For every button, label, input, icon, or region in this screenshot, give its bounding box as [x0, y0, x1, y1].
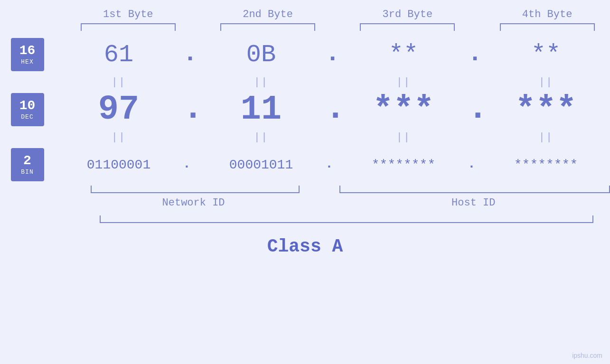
content-area: 16 HEX 10 DEC 2 BIN [0, 36, 610, 184]
byte-labels-row: 1st Byte 2nd Byte 3rd Byte 4th Byte [0, 0, 610, 20]
dec-val-2: 11 [241, 90, 282, 129]
bottom-bracket-host [339, 186, 610, 193]
rows-area: 61 . 0B . ** . ** || || [55, 36, 610, 184]
bottom-brackets-row [0, 186, 610, 193]
hex-sep-1: . [183, 40, 197, 70]
class-label: Class A [267, 236, 343, 257]
dec-val-3: *** [373, 90, 434, 129]
class-bracket [100, 215, 593, 223]
network-id-label: Network ID [64, 197, 323, 209]
class-bracket-container [100, 215, 610, 223]
eq-2-1: || [55, 131, 183, 143]
labels-row: Network ID Host ID [0, 197, 610, 209]
bin-row: 01100001 . 00001011 . ******** . *******… [55, 146, 610, 184]
dec-badge-number: 10 [19, 99, 36, 113]
byte-label-4: 4th Byte [484, 9, 610, 20]
hex-sep-2: . [325, 40, 339, 70]
top-bracket-1 [81, 23, 176, 31]
watermark: ipshu.com [572, 352, 602, 359]
host-id-label: Host ID [337, 197, 610, 209]
bin-badge-number: 2 [23, 154, 31, 168]
top-bracket-4 [500, 23, 595, 31]
bin-val-1: 01100001 [87, 158, 150, 172]
dec-badge: 10 DEC [11, 93, 44, 126]
bin-badge: 2 BIN [11, 148, 44, 181]
dec-sep-2: . [325, 89, 339, 130]
eq-2-2: || [197, 131, 325, 143]
hex-badge-label: HEX [21, 58, 33, 65]
bin-sep-3: . [468, 157, 482, 173]
eq-1-3: || [339, 76, 468, 88]
bin-val-2: 00001011 [229, 158, 293, 172]
eq-1-4: || [482, 76, 610, 88]
top-bracket-2 [220, 23, 315, 31]
bin-badge-label: BIN [21, 168, 33, 176]
hex-val-2: 0B [246, 41, 276, 69]
equals-row-1: || || || || [55, 74, 610, 91]
hex-badge-number: 16 [19, 44, 36, 58]
dec-sep-3: . [468, 89, 482, 130]
hex-val-1: 61 [104, 41, 133, 69]
class-label-row: Class A [0, 236, 610, 257]
bin-sep-2: . [325, 157, 339, 173]
dec-val-1: 97 [98, 90, 139, 129]
badge-column: 16 HEX 10 DEC 2 BIN [0, 36, 55, 184]
dec-row: 97 . 11 . *** . *** [55, 91, 610, 129]
eq-2-3: || [339, 131, 468, 143]
hex-sep-3: . [468, 40, 482, 70]
top-brackets-row [0, 23, 610, 31]
bin-val-4: ******** [514, 158, 578, 172]
byte-label-1: 1st Byte [65, 9, 191, 20]
dec-badge-label: DEC [21, 113, 33, 121]
byte-label-2: 2nd Byte [205, 9, 331, 20]
top-bracket-3 [360, 23, 455, 31]
dec-val-4: *** [515, 90, 577, 129]
equals-row-2: || || || || [55, 129, 610, 146]
hex-row: 61 . 0B . ** . ** [55, 36, 610, 74]
hex-val-3: ** [389, 41, 418, 69]
bin-val-3: ******** [372, 158, 435, 172]
hex-val-4: ** [531, 41, 561, 69]
bin-sep-1: . [183, 157, 197, 173]
eq-2-4: || [482, 131, 610, 143]
eq-1-2: || [197, 76, 325, 88]
main-container: 1st Byte 2nd Byte 3rd Byte 4th Byte [0, 0, 610, 364]
eq-1-1: || [55, 76, 183, 88]
hex-badge: 16 HEX [11, 38, 44, 71]
byte-label-3: 3rd Byte [345, 9, 470, 20]
bottom-bracket-network [91, 186, 300, 193]
dec-sep-1: . [183, 89, 197, 130]
